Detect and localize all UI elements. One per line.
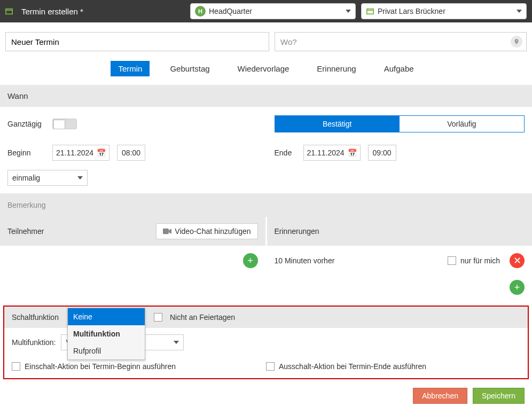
end-time-input[interactable]: 09:00 <box>368 145 396 161</box>
remove-reminder-button[interactable]: ✕ <box>510 253 525 268</box>
tab-geburtstag[interactable]: Geburtstag <box>162 61 217 76</box>
footer: Abbrechen Speichern <box>0 382 532 407</box>
end-label: Ende <box>275 148 296 157</box>
status-tentative-button[interactable]: Vorläufig <box>400 116 524 132</box>
tab-erinnerung[interactable]: Erinnerung <box>309 61 363 76</box>
tab-wiedervorlage[interactable]: Wiedervorlage <box>230 61 297 76</box>
section-header-split: Teilnehmer Video-Chat hinzufügen Erinner… <box>0 217 532 246</box>
begin-time-value: 08:00 <box>122 148 140 157</box>
begin-date-value: 21.11.2024 <box>56 148 93 157</box>
org-dropdown[interactable]: H HeadQuarter <box>190 3 356 19</box>
on-action-checkbox[interactable] <box>12 362 20 371</box>
participants-reminders-body: + 10 Minuten vorher nur für mich ✕ <box>0 246 532 276</box>
tab-aufgabe[interactable]: Aufgabe <box>377 61 421 76</box>
begin-time-input[interactable]: 08:00 <box>117 145 145 161</box>
allday-toggle[interactable] <box>52 119 77 129</box>
option-rufprofil[interactable]: Rufprofil <box>68 342 145 359</box>
option-multifunktion[interactable]: Multifunktion <box>68 325 145 342</box>
chevron-down-icon <box>517 10 522 13</box>
add-participant-button[interactable]: + <box>243 253 258 268</box>
reminder-row: 10 Minuten vorher nur für mich ✕ <box>275 253 525 268</box>
allday-label: Ganztägig <box>7 120 45 128</box>
reminder-text: 10 Minuten vorher <box>275 256 448 265</box>
off-action-label: Ausschalt-Aktion bei Termin-Ende ausführ… <box>279 362 426 371</box>
multifunktion-label: Multifunktion: <box>12 338 56 347</box>
end-date-value: 21.11.2024 <box>307 148 345 157</box>
recurrence-value: einmalig <box>12 174 40 182</box>
off-action-checkbox[interactable] <box>266 362 275 371</box>
location-input[interactable] <box>275 32 527 51</box>
status-segmented: Bestätigt Vorläufig <box>275 115 525 132</box>
not-on-holidays-checkbox[interactable] <box>154 313 162 322</box>
wann-body: Ganztägig Beginn 21.11.2024 📅 08:00 Best… <box>0 107 532 170</box>
only-me-checkbox[interactable] <box>448 256 456 265</box>
remark-input[interactable]: Bemerkung <box>0 193 532 217</box>
calendar-picker-icon[interactable]: 📅 <box>348 148 357 157</box>
title-row <box>0 22 532 61</box>
schaltfunktion-type-dropdown: Keine Multifunktion Rufprofil <box>67 308 145 360</box>
option-keine[interactable]: Keine <box>68 308 145 325</box>
section-header-teilnehmer: Teilnehmer <box>7 227 44 236</box>
add-reminder-row: + <box>0 276 532 302</box>
calendar-icon <box>5 7 13 15</box>
window-title: Termin erstellen * <box>21 7 83 16</box>
window-header: Termin erstellen * H HeadQuarter Privat … <box>0 0 532 22</box>
svg-rect-4 <box>163 229 169 234</box>
chevron-down-icon <box>174 341 179 344</box>
calendar-dropdown-label: Privat Lars Brückner <box>378 7 512 15</box>
location-pin-icon[interactable] <box>511 36 522 48</box>
calendar-picker-icon[interactable]: 📅 <box>97 148 106 157</box>
chevron-down-icon <box>77 176 83 179</box>
not-on-holidays-label: Nicht an Feiertagen <box>170 313 235 322</box>
cancel-button[interactable]: Abbrechen <box>413 388 467 404</box>
recurrence-select[interactable]: einmalig <box>7 170 88 186</box>
svg-rect-0 <box>6 9 12 14</box>
add-video-chat-label: Video-Chat hinzufügen <box>175 227 251 236</box>
section-header-schaltfunktion: Schaltfunktion <box>12 313 59 322</box>
org-badge: H <box>195 6 206 17</box>
add-video-chat-button[interactable]: Video-Chat hinzufügen <box>156 223 257 239</box>
add-reminder-button[interactable]: + <box>510 280 525 295</box>
end-date-input[interactable]: 21.11.2024 📅 <box>303 145 361 161</box>
event-type-tabs: Termin Geburtstag Wiedervorlage Erinneru… <box>0 61 532 85</box>
only-me-label: nur für mich <box>460 256 500 265</box>
begin-date-input[interactable]: 21.11.2024 📅 <box>52 145 109 161</box>
section-header-erinnerungen: Erinnerungen <box>275 227 319 236</box>
event-title-input[interactable] <box>5 32 269 51</box>
calendar-small-icon <box>366 7 374 15</box>
end-time-value: 09:00 <box>373 148 392 157</box>
on-action-label: Einschalt-Aktion bei Termin-Beginn ausfü… <box>25 362 176 371</box>
section-header-wann: Wann <box>0 85 532 107</box>
video-icon <box>163 228 171 234</box>
svg-rect-2 <box>367 9 373 14</box>
org-dropdown-label: HeadQuarter <box>209 7 341 15</box>
save-button[interactable]: Speichern <box>473 388 525 404</box>
calendar-dropdown[interactable]: Privat Lars Brückner <box>361 3 527 19</box>
tab-termin[interactable]: Termin <box>111 61 150 76</box>
status-confirmed-button[interactable]: Bestätigt <box>275 116 400 132</box>
begin-label: Beginn <box>7 148 45 157</box>
recurrence-row: einmalig <box>0 170 532 193</box>
chevron-down-icon <box>346 10 351 13</box>
